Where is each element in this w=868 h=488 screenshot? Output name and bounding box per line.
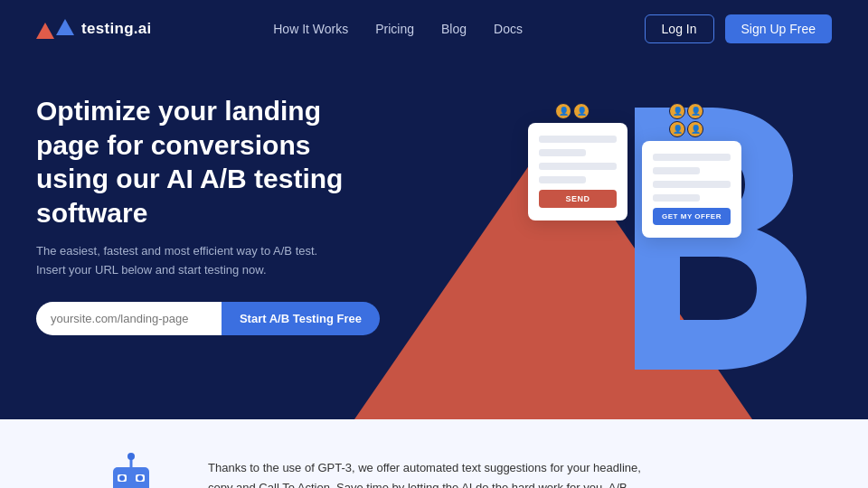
card-b-button: GET MY OFFER [653,208,731,225]
avatar-1: 👤 [555,103,571,119]
nav-link-blog[interactable]: Blog [441,22,467,36]
bottom-description: Thanks to the use of GPT-3, we offer aut… [208,458,642,488]
card-a-line-3 [539,163,617,170]
card-a-line-1 [539,136,617,143]
hero-subtext: The easiest, fastest and most efficient … [36,242,326,280]
login-button[interactable]: Log In [645,14,714,43]
card-a-avatars: 👤 👤 [555,103,600,119]
card-b-avatars: 👤 👤 👤 👤 [669,103,714,137]
card-b-line-4 [653,194,700,202]
card-b-line-1 [653,154,731,161]
logo-text: testing.ai [81,20,152,38]
nav-actions: Log In Sign Up Free [645,14,832,43]
ab-cards: 👤 👤 SEND 👤 👤 👤 👤 [528,103,741,238]
logo-icon [36,19,74,39]
svg-point-6 [119,475,125,481]
card-a-line-2 [539,149,586,156]
bottom-text-block: Thanks to the use of GPT-3, we offer aut… [208,458,778,488]
card-b-line-2 [653,167,700,174]
card-b-line-3 [653,181,731,188]
signup-button[interactable]: Sign Up Free [725,14,832,43]
card-a-line-4 [539,176,586,183]
logo-triangle-red [36,23,54,39]
nav-links: How It Works Pricing Blog Docs [273,22,523,36]
url-input[interactable] [36,302,222,335]
nav-link-docs[interactable]: Docs [494,22,523,36]
avatar-4: 👤 [687,103,703,119]
hero-section: Optimize your landing page for conversio… [0,58,868,419]
card-a: SEND [528,123,627,221]
logo-triangle-blue [56,19,74,35]
bottom-section: Thanks to the use of GPT-3, we offer aut… [0,419,868,488]
hero-headline: Optimize your landing page for conversio… [36,94,380,230]
card-b-container: 👤 👤 👤 👤 GET MY OFFER [642,103,741,238]
hero-text-block: Optimize your landing page for conversio… [36,94,380,335]
avatar-5: 👤 [669,121,685,137]
nav-link-how-it-works[interactable]: How It Works [273,22,348,36]
navbar: testing.ai How It Works Pricing Blog Doc… [0,0,868,58]
svg-point-3 [127,453,135,460]
cta-button[interactable]: Start A/B Testing Free [222,302,380,335]
logo[interactable]: testing.ai [36,19,152,39]
card-a-button: SEND [539,190,617,208]
robot-illustration [90,451,172,488]
avatar-6: 👤 [687,121,703,137]
card-a-container: 👤 👤 SEND [528,103,627,238]
nav-link-pricing[interactable]: Pricing [375,22,414,36]
svg-point-7 [137,475,143,481]
hero-input-row: Start A/B Testing Free [36,302,380,335]
avatar-2: 👤 [573,103,590,119]
card-b: GET MY OFFER [642,141,741,238]
avatar-3: 👤 [669,103,685,119]
